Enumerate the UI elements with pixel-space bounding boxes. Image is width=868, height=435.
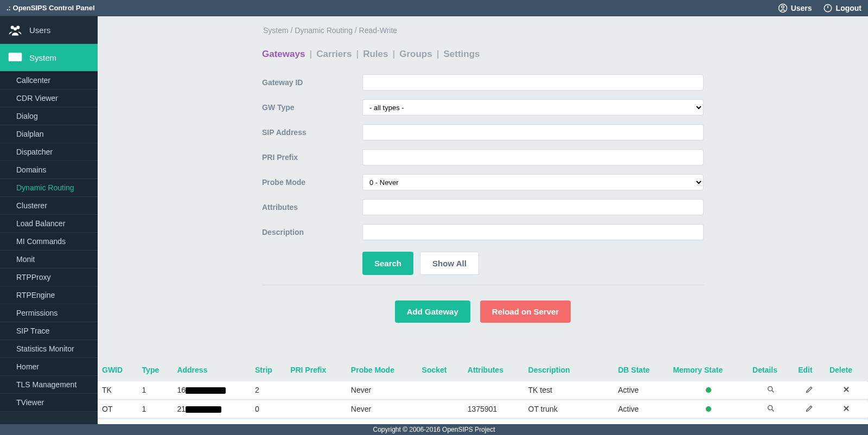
column-header[interactable]: Probe Mode: [347, 362, 418, 380]
search-form: Gateway ID GW Type - all types - SIP Add…: [262, 73, 704, 275]
cell: [418, 400, 463, 418]
column-header[interactable]: Socket: [418, 362, 463, 380]
tabs: Gateways|Carriers|Rules|Groups|Settings: [262, 49, 704, 60]
sidebar-item-dynamic-routing[interactable]: Dynamic Routing: [0, 179, 98, 197]
sidebar-item-permissions[interactable]: Permissions: [0, 304, 98, 322]
column-header[interactable]: DB State: [614, 362, 668, 380]
cell: [286, 419, 347, 424]
details-icon[interactable]: [766, 423, 776, 424]
edit-icon[interactable]: [805, 385, 814, 394]
column-header[interactable]: Details: [748, 362, 794, 380]
column-header[interactable]: PRI Prefix: [286, 362, 347, 380]
column-header[interactable]: Strip: [251, 362, 286, 380]
sidebar-item-sip-trace[interactable]: SIP Trace: [0, 322, 98, 340]
sidebar-item-dialog[interactable]: Dialog: [0, 107, 98, 125]
cell: [748, 381, 794, 399]
sidebar-item-monit[interactable]: Monit: [0, 251, 98, 268]
sidebar-item-load-balancer[interactable]: Load Balancer: [0, 215, 98, 233]
sidebar-item-label: Users: [29, 25, 50, 35]
divider: [262, 285, 704, 285]
status-dot-icon: [706, 387, 711, 393]
column-header[interactable]: GWID: [98, 362, 138, 380]
cell: Active: [614, 419, 668, 424]
pri-prefix-label: PRI Prefix: [262, 153, 362, 162]
sidebar-item-tls-management[interactable]: TLS Management: [0, 376, 98, 394]
cell: [418, 419, 463, 424]
show-all-button[interactable]: Show All: [420, 252, 479, 275]
delete-icon[interactable]: [841, 385, 851, 394]
svg-point-6: [14, 27, 17, 30]
cell: [286, 400, 347, 418]
sidebar-item-homer[interactable]: Homer: [0, 358, 98, 376]
sidebar-item-callcenter[interactable]: Callcenter: [0, 72, 98, 89]
details-icon[interactable]: [766, 385, 776, 394]
power-icon: [823, 3, 833, 13]
gateways-table: GWIDTypeAddressStripPRI PrefixProbe Mode…: [98, 361, 868, 424]
cell: [463, 419, 524, 424]
description-input[interactable]: [362, 224, 704, 240]
column-header[interactable]: Memory State: [668, 362, 748, 380]
column-header[interactable]: Delete: [825, 362, 868, 380]
cell: [794, 381, 825, 399]
svg-point-4: [11, 26, 14, 29]
sidebar-item-system[interactable]: System: [0, 44, 98, 72]
probe-mode-select[interactable]: 0 - Never: [362, 174, 704, 190]
cell: TK: [98, 381, 138, 399]
sidebar-item-clusterer[interactable]: Clusterer: [0, 197, 98, 215]
tab-gateways[interactable]: Gateways: [262, 49, 305, 60]
action-row: Add Gateway Reload on Server: [262, 300, 704, 323]
pri-prefix-input[interactable]: [362, 149, 704, 165]
cell: [825, 419, 868, 424]
sip-address-input[interactable]: [362, 124, 704, 140]
layout: UsersSystemCallcenterCDR ViewerDialogDia…: [0, 16, 868, 424]
sidebar: UsersSystemCallcenterCDR ViewerDialogDia…: [0, 16, 98, 424]
cell: [418, 381, 463, 399]
cell: 1: [138, 400, 173, 418]
users-link[interactable]: Users: [778, 3, 812, 13]
cell: [825, 400, 868, 418]
column-header[interactable]: Description: [524, 362, 614, 380]
gw-type-select[interactable]: - all types -: [362, 99, 704, 116]
column-header[interactable]: Type: [138, 362, 173, 380]
details-icon[interactable]: [766, 404, 776, 413]
delete-icon[interactable]: [841, 423, 851, 424]
breadcrumb: System / Dynamic Routing / Read-Write: [262, 26, 704, 35]
edit-icon[interactable]: [805, 404, 814, 413]
sidebar-item-cdr-viewer[interactable]: CDR Viewer: [0, 89, 98, 107]
sidebar-item-domains[interactable]: Domains: [0, 161, 98, 179]
cell: [668, 400, 748, 418]
cell: [668, 381, 748, 399]
gateway-id-input[interactable]: [362, 74, 704, 91]
sidebar-item-rtpengine[interactable]: RTPEngine: [0, 286, 98, 304]
column-header[interactable]: Address: [173, 362, 251, 380]
cell: [748, 419, 794, 424]
sidebar-item-tviewer[interactable]: TViewer: [0, 394, 98, 412]
tab-settings[interactable]: Settings: [443, 49, 480, 60]
users-link-label: Users: [791, 4, 812, 12]
edit-icon[interactable]: [805, 423, 814, 424]
add-gateway-button[interactable]: Add Gateway: [395, 300, 470, 323]
logout-link[interactable]: Logout: [823, 3, 861, 13]
column-header[interactable]: Attributes: [463, 362, 524, 380]
tab-rules[interactable]: Rules: [363, 49, 388, 60]
sidebar-item-mi-commands[interactable]: MI Commands: [0, 233, 98, 251]
tab-carriers[interactable]: Carriers: [316, 49, 352, 60]
sidebar-item-users[interactable]: Users: [0, 16, 98, 44]
search-button[interactable]: Search: [362, 252, 413, 275]
gateway-id-label: Gateway ID: [262, 78, 362, 87]
svg-point-13: [768, 406, 773, 410]
sidebar-item-dispatcher[interactable]: Dispatcher: [0, 143, 98, 161]
cell: Never: [347, 400, 418, 418]
cell: Active: [614, 381, 668, 399]
sidebar-item-rtpproxy[interactable]: RTPProxy: [0, 268, 98, 286]
svg-line-14: [772, 410, 774, 411]
sidebar-item-statistics-monitor[interactable]: Statistics Monitor: [0, 340, 98, 358]
attributes-input[interactable]: [362, 199, 704, 215]
content: System / Dynamic Routing / Read-Write Ga…: [258, 16, 708, 361]
tab-groups[interactable]: Groups: [399, 49, 432, 60]
delete-icon[interactable]: [841, 404, 851, 413]
column-header[interactable]: Edit: [794, 362, 825, 380]
main-scroll[interactable]: System / Dynamic Routing / Read-Write Ga…: [98, 16, 868, 424]
reload-server-button[interactable]: Reload on Server: [480, 300, 571, 323]
sidebar-item-dialplan[interactable]: Dialplan: [0, 125, 98, 143]
